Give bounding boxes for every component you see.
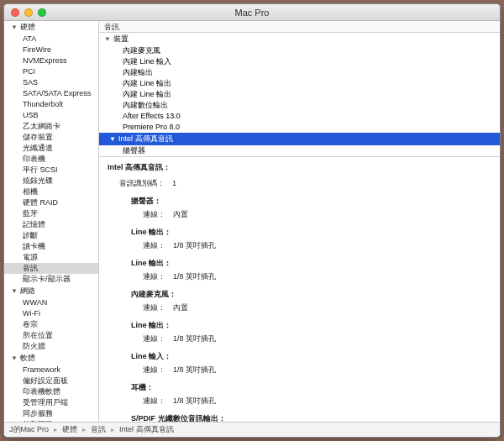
detail-group-title: S/PDIF 光纖數位音訊輸出： [131, 413, 491, 422]
devices-group-label: 裝置 [113, 34, 129, 45]
sidebar-item[interactable]: 乙太網路卡 [4, 121, 98, 132]
sidebar-item[interactable]: 相機 [4, 186, 98, 197]
sidebar-item[interactable]: 同步服務 [4, 408, 98, 419]
detail-id-row: 音訊識別碼： 1 [119, 178, 491, 189]
disclosure-triangle-icon[interactable]: ▼ [109, 135, 116, 143]
device-group-selected[interactable]: ▼Intel 高傳真音訊 [99, 133, 500, 145]
disclosure-triangle-icon[interactable]: ▼ [11, 24, 18, 31]
sidebar-item[interactable]: 印表機 [4, 154, 98, 165]
detail-kv-row: 連線： 1/8 英吋插孔 [143, 333, 491, 344]
device-group-label: Intel 高傳真音訊 [118, 134, 173, 144]
device-row[interactable]: 內建 Line 輸出 [99, 78, 500, 89]
sidebar-section-label: 硬體 [20, 22, 35, 33]
sidebar-item[interactable]: Framework [4, 365, 98, 375]
detail-group-title: Line 輸出： [131, 258, 491, 269]
sidebar-section-header[interactable]: ▼軟體 [11, 353, 98, 364]
sidebar-item[interactable]: NVMExpress [4, 55, 98, 66]
sidebar-item[interactable]: WWAN [4, 297, 98, 308]
device-row[interactable]: 內建麥克風 [99, 45, 500, 56]
detail-title: Intel 高傳真音訊： [108, 162, 491, 173]
disclosure-triangle-icon[interactable]: ▼ [11, 287, 18, 295]
detail-group-title: Line 輸出： [131, 227, 491, 238]
sidebar-item[interactable]: 音訊 [4, 263, 98, 274]
window-title: Mac Pro [4, 8, 500, 18]
sidebar-item[interactable]: FireWire [4, 45, 98, 55]
sidebar-item[interactable]: ATA [4, 34, 98, 45]
detail-kv-row: 連線： 內置 [143, 302, 491, 313]
detail-kv-row: 連線： 1/8 英吋插孔 [143, 271, 491, 282]
sidebar-item[interactable]: SATA/SATA Express [4, 88, 98, 99]
sidebar-item[interactable]: 印表機軟體 [4, 386, 98, 397]
sidebar-item[interactable]: 防火牆 [4, 341, 98, 352]
sidebar-item[interactable]: 記憶體 [4, 219, 98, 230]
sidebar-item[interactable]: Thunderbolt [4, 99, 98, 110]
sidebar-item[interactable]: 平行 SCSI [4, 165, 98, 176]
sidebar[interactable]: ▼硬體ATAFireWireNVMExpressPCISASSATA/SATA … [4, 21, 99, 422]
sidebar-item[interactable]: 光纖通道 [4, 143, 98, 154]
devices-list[interactable]: ▼裝置內建麥克風內建 Line 輸入內建輸出內建 Line 輸出內建 Line … [99, 33, 500, 157]
device-row[interactable]: 內建數位輸出 [99, 100, 500, 111]
device-row[interactable]: After Effects 13.0 [99, 111, 500, 122]
sidebar-section-label: 軟體 [20, 353, 35, 364]
chevron-right-icon: ▸ [82, 426, 86, 433]
main-panel: 音訊 ▼裝置內建麥克風內建 Line 輸入內建輸出內建 Line 輸出內建 Li… [99, 21, 500, 422]
sidebar-item[interactable]: 燒錄光碟 [4, 176, 98, 186]
sidebar-item[interactable]: Wi-Fi [4, 308, 98, 319]
sidebar-item[interactable]: 儲存裝置 [4, 132, 98, 143]
device-row[interactable]: 揚聲器 [99, 145, 500, 156]
sidebar-section-header[interactable]: ▼硬體 [11, 22, 98, 33]
sidebar-item[interactable]: 受管理用戶端 [4, 397, 98, 408]
chevron-right-icon: ▸ [54, 426, 57, 433]
disclosure-triangle-icon[interactable]: ▼ [104, 35, 111, 43]
sidebar-item[interactable]: 顯示卡/顯示器 [4, 274, 98, 285]
detail-panel[interactable]: Intel 高傳真音訊：音訊識別碼： 1揚聲器：連線： 內置Line 輸出：連線… [99, 157, 500, 422]
detail-kv-row: 連線： 1/8 英吋插孔 [143, 240, 491, 251]
window: Mac Pro ▼硬體ATAFireWireNVMExpressPCISASSA… [3, 3, 501, 438]
device-row[interactable]: 內建 Line 輸出 [99, 89, 500, 100]
sidebar-section-header[interactable]: ▼網路 [11, 286, 98, 297]
detail-kv-row: 連線： 1/8 英吋插孔 [143, 365, 491, 375]
sidebar-item[interactable]: 電源 [4, 252, 98, 263]
zoom-icon[interactable] [38, 8, 46, 17]
disclosure-triangle-icon[interactable]: ▼ [11, 354, 18, 362]
sidebar-item[interactable]: 讀卡機 [4, 241, 98, 252]
detail-group-title: 揚聲器： [131, 196, 491, 207]
close-icon[interactable] [11, 8, 19, 17]
sidebar-section-label: 網路 [20, 286, 35, 297]
breadcrumb-item[interactable]: Intel 高傳真音訊 [119, 424, 174, 435]
titlebar[interactable]: Mac Pro [4, 4, 500, 21]
devices-column-header[interactable]: 音訊 [99, 21, 500, 33]
device-row[interactable]: Premiere Pro 8.0 [99, 122, 500, 133]
detail-kv-row: 連線： 內置 [143, 209, 491, 220]
sidebar-item[interactable]: 偏好設定面板 [4, 375, 98, 386]
detail-kv-row: 連線： 1/8 英吋插孔 [143, 396, 491, 407]
breadcrumb-item[interactable]: J的Mac Pro [9, 424, 49, 435]
chevron-right-icon: ▸ [111, 426, 114, 433]
detail-group-title: Line 輸出： [131, 320, 491, 331]
sidebar-item[interactable]: 所在位置 [4, 330, 98, 341]
breadcrumb-item[interactable]: 音訊 [91, 424, 106, 435]
sidebar-item[interactable]: USB [4, 110, 98, 121]
detail-group-title: 內建麥克風： [131, 289, 491, 300]
sidebar-item[interactable]: PCI [4, 66, 98, 77]
sidebar-item[interactable]: 硬體 RAID [4, 197, 98, 208]
device-row[interactable]: 內建 Line 輸入 [99, 56, 500, 67]
sidebar-item[interactable]: 診斷 [4, 230, 98, 241]
traffic-lights [11, 8, 46, 17]
minimize-icon[interactable] [24, 8, 33, 17]
detail-group-title: Line 輸入： [131, 351, 491, 362]
sidebar-item[interactable]: 卷宗 [4, 319, 98, 330]
sidebar-item[interactable]: SAS [4, 77, 98, 88]
path-bar[interactable]: J的Mac Pro▸硬體▸音訊▸Intel 高傳真音訊 [4, 422, 500, 437]
breadcrumb-item[interactable]: 硬體 [62, 424, 77, 435]
device-row[interactable]: 內建輸出 [99, 67, 500, 78]
detail-group-title: 耳機： [131, 382, 491, 393]
sidebar-item[interactable]: 藍牙 [4, 208, 98, 219]
